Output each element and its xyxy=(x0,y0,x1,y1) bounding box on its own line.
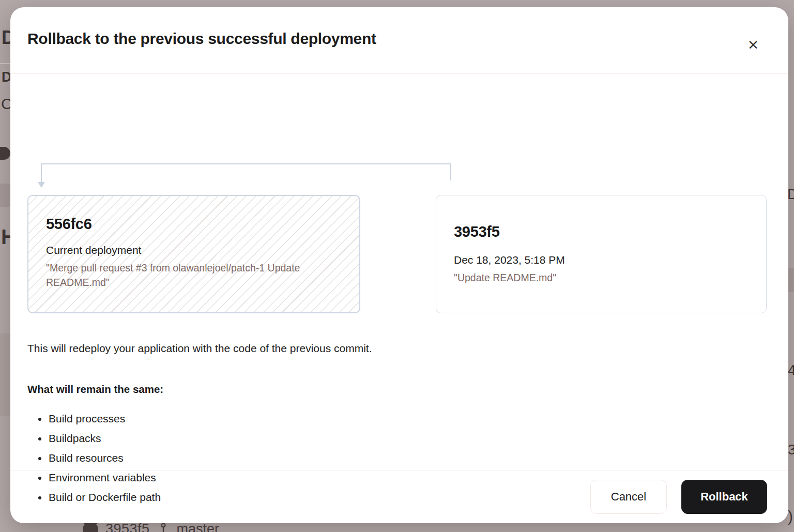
bg-shaded-band-left-2 xyxy=(0,333,11,416)
list-item: Build processes xyxy=(31,409,161,429)
list-item: Environment variables xyxy=(31,468,161,488)
connector-horizontal-line xyxy=(41,163,451,164)
list-item: Buildpacks xyxy=(31,429,161,448)
previous-deployment-card: 3953f5 Dec 18, 2023, 5:18 PM "Update REA… xyxy=(436,195,767,313)
rollback-button[interactable]: Rollback xyxy=(681,480,767,514)
bg-divider-line xyxy=(0,63,11,64)
connector-right-line xyxy=(450,163,451,180)
current-commit-hash: 556fc6 xyxy=(46,216,342,233)
dialog-body: 556fc6 Current deployment "Merge pull re… xyxy=(10,74,788,470)
list-item: Build or Dockerfile path xyxy=(31,488,161,507)
current-commit-message: "Merge pull request #3 from olawanlejoel… xyxy=(46,261,341,290)
close-icon[interactable]: × xyxy=(743,34,764,55)
previous-commit-message: "Update README.md" xyxy=(454,270,749,285)
arrow-down-icon xyxy=(38,182,45,188)
bg-button-edge xyxy=(0,147,10,160)
remain-same-heading: What will remain the same: xyxy=(27,383,163,396)
dialog-header: Rollback to the previous successful depl… xyxy=(10,7,788,74)
current-deployment-label: Current deployment xyxy=(46,244,342,256)
rollback-dialog: Rollback to the previous successful depl… xyxy=(10,7,788,523)
bg-fragment-right-4: 4 xyxy=(788,362,794,378)
list-item: Build resources xyxy=(31,448,161,468)
current-deployment-card: 556fc6 Current deployment "Merge pull re… xyxy=(27,195,360,313)
bg-fragment-right-3: 3 xyxy=(788,442,794,458)
remain-same-list: Build processes Buildpacks Build resourc… xyxy=(31,409,161,507)
previous-deployment-date: Dec 18, 2023, 5:18 PM xyxy=(454,254,749,266)
deployment-cards: 556fc6 Current deployment "Merge pull re… xyxy=(27,195,767,313)
bg-fragment-right-paren: ) xyxy=(788,508,793,525)
cancel-button[interactable]: Cancel xyxy=(590,480,667,514)
rollback-arrow-connector xyxy=(41,163,451,194)
dialog-description: This will redeploy your application with… xyxy=(27,342,372,355)
connector-left-line xyxy=(41,163,42,183)
bg-shaded-band-left xyxy=(0,184,11,207)
branch-icon xyxy=(159,523,167,532)
previous-commit-hash: 3953f5 xyxy=(454,223,749,240)
dialog-title: Rollback to the previous successful depl… xyxy=(27,30,766,48)
